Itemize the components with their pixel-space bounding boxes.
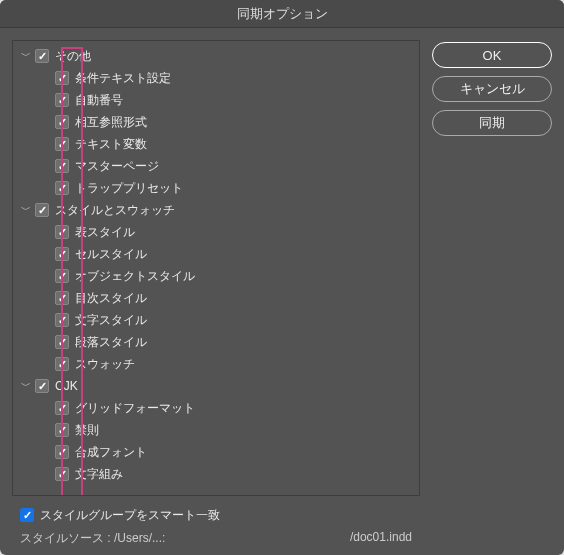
- tree-item[interactable]: トラッププリセット: [13, 177, 419, 199]
- checkbox-cjk[interactable]: [35, 379, 49, 393]
- ok-button[interactable]: OK: [432, 42, 552, 68]
- chevron-down-icon[interactable]: ﹀: [19, 203, 33, 217]
- below-tree: スタイルグループをスマート一致 スタイルソース : /Users/...: /d…: [12, 504, 420, 547]
- item-label: 目次スタイル: [75, 290, 147, 307]
- checkbox[interactable]: [55, 225, 69, 239]
- cancel-button[interactable]: キャンセル: [432, 76, 552, 102]
- style-source-text: スタイルソース : /Users/...:: [20, 530, 165, 547]
- checkbox-smart-match[interactable]: [20, 508, 34, 522]
- source-file: /doc01.indd: [350, 530, 412, 547]
- item-label: トラッププリセット: [75, 180, 183, 197]
- item-label: 相互参照形式: [75, 114, 147, 131]
- button-column: OK キャンセル 同期: [432, 40, 552, 547]
- checkbox[interactable]: [55, 93, 69, 107]
- checkbox[interactable]: [55, 247, 69, 261]
- tree-item[interactable]: テキスト変数: [13, 133, 419, 155]
- checkbox[interactable]: [55, 269, 69, 283]
- tree-item[interactable]: セルスタイル: [13, 243, 419, 265]
- sync-button[interactable]: 同期: [432, 110, 552, 136]
- tree-item[interactable]: 文字スタイル: [13, 309, 419, 331]
- source-path: /Users/...:: [114, 531, 165, 545]
- group-label: CJK: [55, 379, 78, 393]
- smart-match-label: スタイルグループをスマート一致: [40, 507, 220, 524]
- item-label: 文字スタイル: [75, 312, 147, 329]
- item-label: 表スタイル: [75, 224, 135, 241]
- item-label: スウォッチ: [75, 356, 135, 373]
- item-label: グリッドフォーマット: [75, 400, 195, 417]
- item-label: 文字組み: [75, 466, 123, 483]
- checkbox[interactable]: [55, 181, 69, 195]
- tree-group-other[interactable]: ﹀ その他: [13, 45, 419, 67]
- checkbox-styles[interactable]: [35, 203, 49, 217]
- tree-item[interactable]: 表スタイル: [13, 221, 419, 243]
- dialog-content: ﹀ その他 条件テキスト設定 自動番号 相互参照形式 テキスト変数 マスターペー…: [0, 28, 564, 555]
- checkbox[interactable]: [55, 401, 69, 415]
- item-label: 段落スタイル: [75, 334, 147, 351]
- tree-item[interactable]: 文字組み: [13, 463, 419, 485]
- source-label: スタイルソース :: [20, 531, 111, 545]
- checkbox[interactable]: [55, 291, 69, 305]
- item-label: 禁則: [75, 422, 99, 439]
- tree-item[interactable]: 自動番号: [13, 89, 419, 111]
- checkbox[interactable]: [55, 115, 69, 129]
- item-label: 自動番号: [75, 92, 123, 109]
- dialog-title: 同期オプション: [0, 0, 564, 28]
- tree-container: ﹀ その他 条件テキスト設定 自動番号 相互参照形式 テキスト変数 マスターペー…: [12, 40, 420, 496]
- item-label: セルスタイル: [75, 246, 147, 263]
- checkbox[interactable]: [55, 159, 69, 173]
- checkbox-other[interactable]: [35, 49, 49, 63]
- dialog-window: 同期オプション ﹀ その他 条件テキスト設定 自動番号 相互参照形式 テキスト変…: [0, 0, 564, 555]
- group-label: スタイルとスウォッチ: [55, 202, 175, 219]
- tree-item[interactable]: マスターページ: [13, 155, 419, 177]
- tree-group-styles[interactable]: ﹀ スタイルとスウォッチ: [13, 199, 419, 221]
- item-label: 合成フォント: [75, 444, 147, 461]
- options-tree[interactable]: ﹀ その他 条件テキスト設定 自動番号 相互参照形式 テキスト変数 マスターペー…: [13, 41, 419, 495]
- item-label: 条件テキスト設定: [75, 70, 171, 87]
- tree-item[interactable]: 目次スタイル: [13, 287, 419, 309]
- checkbox[interactable]: [55, 467, 69, 481]
- left-column: ﹀ その他 条件テキスト設定 自動番号 相互参照形式 テキスト変数 マスターペー…: [12, 40, 420, 547]
- item-label: オブジェクトスタイル: [75, 268, 195, 285]
- chevron-down-icon[interactable]: ﹀: [19, 379, 33, 393]
- tree-item[interactable]: 相互参照形式: [13, 111, 419, 133]
- tree-item[interactable]: 条件テキスト設定: [13, 67, 419, 89]
- item-label: テキスト変数: [75, 136, 147, 153]
- checkbox[interactable]: [55, 357, 69, 371]
- checkbox[interactable]: [55, 423, 69, 437]
- smart-match-row[interactable]: スタイルグループをスマート一致: [12, 504, 420, 526]
- tree-item[interactable]: 禁則: [13, 419, 419, 441]
- tree-item[interactable]: グリッドフォーマット: [13, 397, 419, 419]
- tree-item[interactable]: 段落スタイル: [13, 331, 419, 353]
- item-label: マスターページ: [75, 158, 159, 175]
- tree-item[interactable]: スウォッチ: [13, 353, 419, 375]
- checkbox[interactable]: [55, 445, 69, 459]
- checkbox[interactable]: [55, 137, 69, 151]
- chevron-down-icon[interactable]: ﹀: [19, 49, 33, 63]
- style-source-row: スタイルソース : /Users/...: /doc01.indd: [12, 530, 420, 547]
- checkbox[interactable]: [55, 71, 69, 85]
- tree-item[interactable]: オブジェクトスタイル: [13, 265, 419, 287]
- tree-group-cjk[interactable]: ﹀ CJK: [13, 375, 419, 397]
- tree-item[interactable]: 合成フォント: [13, 441, 419, 463]
- group-label: その他: [55, 48, 91, 65]
- checkbox[interactable]: [55, 335, 69, 349]
- checkbox[interactable]: [55, 313, 69, 327]
